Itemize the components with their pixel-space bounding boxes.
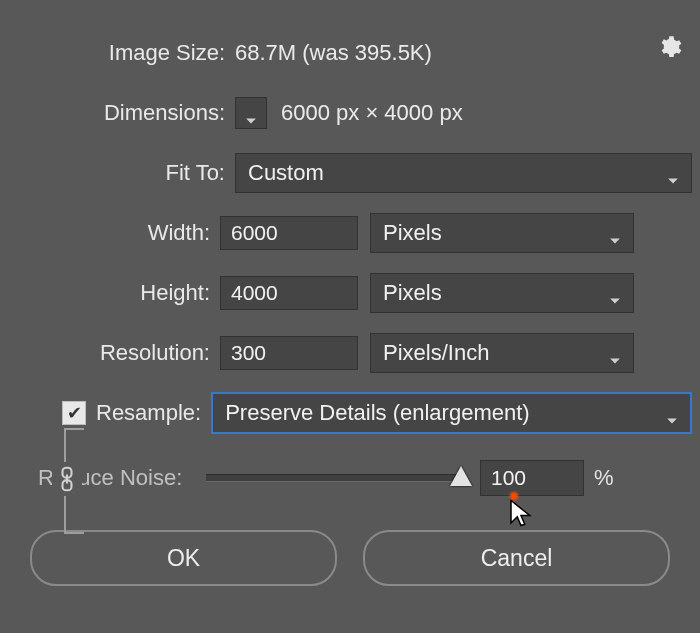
resample-method-value: Preserve Details (enlargement) bbox=[225, 400, 529, 426]
dimensions-label: Dimensions: bbox=[0, 100, 235, 126]
dimensions-value: 6000 px × 4000 px bbox=[281, 100, 463, 126]
resample-checkbox[interactable]: ✔ bbox=[62, 401, 86, 425]
reduce-noise-slider[interactable] bbox=[206, 474, 466, 482]
dimensions-units-dropdown[interactable] bbox=[235, 97, 267, 129]
fit-to-select[interactable]: Custom bbox=[235, 153, 692, 193]
gear-icon[interactable] bbox=[656, 34, 682, 60]
image-size-value: 68.7M (was 395.5K) bbox=[235, 40, 432, 66]
height-label: Height: bbox=[0, 280, 220, 306]
fit-to-label: Fit To: bbox=[0, 160, 235, 186]
height-unit-value: Pixels bbox=[383, 280, 442, 306]
chevron-down-icon bbox=[666, 407, 678, 419]
fit-to-value: Custom bbox=[248, 160, 324, 186]
resolution-input[interactable]: 300 bbox=[220, 336, 358, 370]
image-size-dialog: Image Size: 68.7M (was 395.5K) Dimension… bbox=[0, 0, 700, 633]
width-label: Width: bbox=[0, 220, 220, 246]
resolution-unit-select[interactable]: Pixels/Inch bbox=[370, 333, 634, 373]
resample-label: Resample: bbox=[96, 400, 211, 426]
reduce-noise-input[interactable]: 100 bbox=[480, 460, 584, 496]
chevron-down-icon bbox=[667, 167, 679, 179]
width-input[interactable]: 6000 bbox=[220, 216, 358, 250]
resolution-unit-value: Pixels/Inch bbox=[383, 340, 489, 366]
resample-method-select[interactable]: Preserve Details (enlargement) bbox=[211, 392, 692, 434]
ok-button[interactable]: OK bbox=[30, 530, 337, 586]
link-icon bbox=[52, 462, 82, 496]
slider-thumb-icon[interactable] bbox=[450, 466, 472, 486]
height-unit-select[interactable]: Pixels bbox=[370, 273, 634, 313]
percent-label: % bbox=[594, 465, 614, 491]
chevron-down-icon bbox=[609, 227, 621, 239]
mouse-cursor-icon bbox=[508, 498, 534, 528]
chevron-down-icon bbox=[609, 287, 621, 299]
cancel-button[interactable]: Cancel bbox=[363, 530, 670, 586]
width-unit-value: Pixels bbox=[383, 220, 442, 246]
height-input[interactable]: 4000 bbox=[220, 276, 358, 310]
resolution-label: Resolution: bbox=[0, 340, 220, 366]
chevron-down-icon bbox=[245, 107, 257, 119]
constrain-proportions-link[interactable] bbox=[58, 424, 88, 534]
image-size-label: Image Size: bbox=[0, 40, 235, 66]
width-unit-select[interactable]: Pixels bbox=[370, 213, 634, 253]
chevron-down-icon bbox=[609, 347, 621, 359]
